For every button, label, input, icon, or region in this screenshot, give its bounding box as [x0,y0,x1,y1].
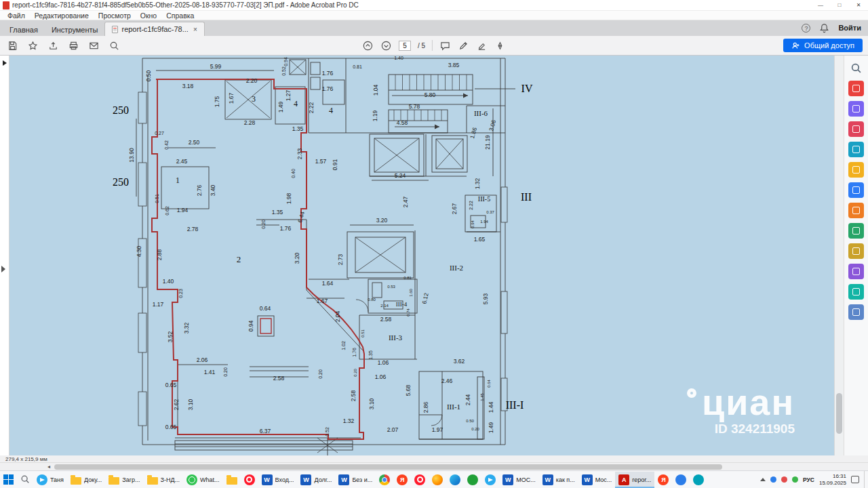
taskbar-item-word[interactable]: Wкак п... [539,472,578,488]
dimension-label: 2.47 [402,196,409,207]
taskbar-item-folder[interactable]: Доку... [67,472,105,488]
maximize-button[interactable]: □ [830,0,849,10]
dimension-label: 4.30 [136,245,142,257]
zone-label: III-1 [447,403,460,411]
tray-expand-caret-icon[interactable] [760,478,766,481]
taskbar-item-word[interactable]: WМОС... [499,472,539,488]
nav-panel-strip [0,56,9,455]
star-icon[interactable] [27,40,39,52]
document-area[interactable]: 5.990.503.182.201.751.6732.281.271.4940.… [9,56,834,455]
taskbar-item-telegram[interactable] [481,472,499,488]
horizontal-scrollbar[interactable]: ◂ [0,462,868,470]
content-area: 5.990.503.182.201.751.6732.281.271.4940.… [0,56,868,455]
panel-handle-arrow-icon[interactable] [1,266,5,272]
tab-document[interactable]: report-c1fc9fac-78...× [104,22,204,36]
close-tab-icon[interactable]: × [193,26,197,33]
taskbar-item-green[interactable] [464,472,481,488]
taskbar-item-folder[interactable]: З-НД... [144,472,184,488]
dimension-label: 0.50 [145,70,152,81]
taskbar-item-acrobat[interactable]: Arepor... [615,472,654,488]
dimension-label: 0.94 [471,220,475,228]
taskbar-item-firefox[interactable] [429,472,446,488]
taskbar-item-opera[interactable] [411,472,429,488]
menu-item[interactable]: Редактирование [30,12,94,20]
taskbar-item-teal[interactable] [690,472,707,488]
taskbar-item-word[interactable]: WДолг... [297,472,335,488]
organize-pages-icon[interactable] [848,203,864,218]
window-symbol [138,92,146,123]
taskbar-item-edge[interactable] [446,472,464,488]
create-pdf-icon[interactable] [848,121,864,137]
more-tools-icon[interactable] [848,304,864,320]
tab-tools[interactable]: Инструменты [45,23,105,36]
show-desktop-button[interactable] [864,471,867,488]
email-icon[interactable] [88,40,100,52]
menu-item[interactable]: Окно [136,12,161,20]
menu-item[interactable]: Просмотр [94,12,136,20]
page-up-icon[interactable] [362,40,374,52]
dimension-label: 4.58 [397,119,408,126]
horizontal-scrollbar-thumb[interactable] [54,464,722,470]
taskbar-item-label: Загр... [122,476,140,483]
send-review-icon[interactable] [848,284,864,300]
print-icon[interactable] [68,40,79,52]
share-button[interactable]: Общий доступ [783,39,863,52]
fill-sign-icon[interactable] [848,243,864,259]
menu-item[interactable]: Файл [3,12,30,20]
combine-files-icon[interactable] [848,142,864,157]
highlighter-icon[interactable] [476,40,488,52]
vertical-scrollbar-thumb[interactable] [836,393,842,434]
taskbar-item-word[interactable]: WБез и... [335,472,376,488]
page-number-input[interactable]: 5 [399,41,411,51]
opera-icon [244,474,255,485]
taskbar-item-telegram[interactable]: Таня [33,472,67,488]
edit-pdf-icon[interactable] [848,101,864,117]
stamp-icon[interactable] [848,182,864,198]
taskbar-item-yandex[interactable]: Я [393,472,411,488]
action-center-icon[interactable] [851,476,859,483]
taskbar-item-blue[interactable] [672,472,690,488]
search-tools-icon[interactable] [848,60,864,76]
taskbar-item-folder[interactable] [223,472,241,488]
start-button[interactable] [0,472,17,488]
taskbar-item-folder[interactable]: Загр... [105,472,143,488]
vertical-scrollbar[interactable] [834,56,844,455]
sign-icon[interactable] [848,264,864,279]
folder-icon [147,477,158,485]
signin-button[interactable]: Войти [838,24,861,33]
save-icon[interactable] [7,40,18,52]
export-pdf-icon[interactable] [848,81,864,96]
compress-pdf-icon[interactable] [848,223,864,239]
close-button[interactable]: ✕ [849,0,868,10]
expand-nav-arrow-icon[interactable] [3,60,7,66]
taskbar-item-opera[interactable] [241,472,258,488]
taskbar-item-word[interactable]: WМос... [578,472,616,488]
taskbar-item-whatsapp[interactable]: What... [183,472,223,488]
status-bar: 279,4 x 215,9 мм [0,455,868,462]
clock[interactable]: 16:31 15.09.2025 [819,473,846,487]
section-label: IV [521,83,533,94]
menu-item[interactable]: Справка [161,12,199,20]
minimize-button[interactable]: — [811,0,830,10]
scroll-left-arrow-icon[interactable]: ◂ [47,464,50,470]
tab-home[interactable]: Главная [3,23,45,36]
page-size-label: 279,4 x 215,9 мм [5,456,47,462]
tray-app-icon-green[interactable] [792,476,798,483]
taskbar-search-button[interactable] [17,472,33,488]
pen-nib-icon[interactable] [494,40,506,52]
page-down-icon[interactable] [380,40,392,52]
taskbar-item-chrome[interactable] [376,472,393,488]
pencil-icon[interactable] [458,40,469,52]
taskbar-item-word[interactable]: WВход... [258,472,298,488]
tray-app-icon-blue[interactable] [770,476,776,483]
language-indicator[interactable]: РУС [803,476,814,483]
upload-icon[interactable] [47,40,59,52]
comment-icon[interactable] [439,40,451,52]
tray-app-icon-red[interactable] [781,476,787,483]
taskbar-item-yandex[interactable]: Я [654,472,672,488]
search-icon[interactable] [108,40,120,52]
dimension-label: 1.17 [153,301,164,308]
notifications-bell-icon[interactable] [818,22,830,34]
help-icon[interactable]: ? [802,24,810,33]
comment-icon[interactable] [848,162,864,178]
